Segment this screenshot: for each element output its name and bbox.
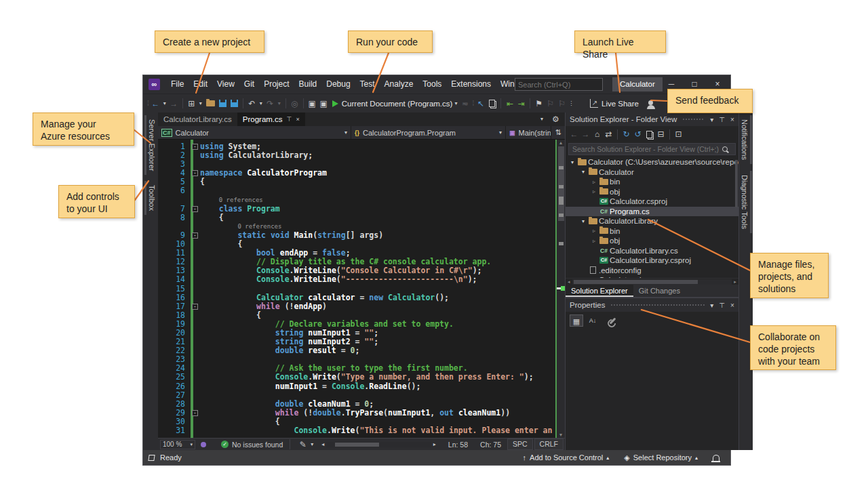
collapse-region-icon[interactable]: - <box>192 410 198 416</box>
collapse-icon[interactable]: ▾ <box>568 159 576 165</box>
tree-item-editorconfig[interactable]: .editorconfig <box>566 266 738 276</box>
scroll-down-icon[interactable]: ▾ <box>557 432 565 438</box>
editor-horizontal-scrollbar[interactable]: ◂ ▸ <box>319 438 438 451</box>
undo-dropdown-icon[interactable]: ▾ <box>258 97 264 110</box>
solution-explorer-header[interactable]: Solution Explorer - Folder View ▾ ⊤ × <box>566 113 738 126</box>
toolbox-tab[interactable]: Toolbox <box>144 181 157 215</box>
chevron-down-icon[interactable]: ▾ <box>309 438 315 451</box>
save-button[interactable] <box>219 100 226 107</box>
search-input[interactable] <box>515 81 617 89</box>
diagnostic-tools-tab[interactable]: Diagnostic Tools <box>739 171 752 233</box>
close-panel-icon[interactable]: × <box>730 116 734 123</box>
debug-target-pointer-icon[interactable]: ↖ <box>475 97 486 110</box>
tree-item-calculatorlibrary-cs[interactable]: C#CalculatorLibrary.cs <box>566 246 738 256</box>
project-dropdown[interactable]: C# Calculator ▾ <box>158 126 351 139</box>
step-over-button[interactable]: ⇥ <box>515 97 527 110</box>
next-bookmark-button[interactable]: ⚐ <box>556 97 568 110</box>
select-repository-button[interactable]: ◈ Select Repository ▴ <box>618 453 703 462</box>
code-references-annotation[interactable]: 0 references <box>158 222 555 231</box>
server-explorer-tab[interactable]: Server Explorer <box>144 115 157 175</box>
code-line-16[interactable]: 16 Calculator calculator = new Calculato… <box>158 293 555 302</box>
menu-view[interactable]: View <box>212 79 239 89</box>
tab-program-cs[interactable]: Program.cs ⊤ × <box>237 113 305 126</box>
alphabetical-sort-icon[interactable]: A↓ <box>586 314 599 327</box>
code-line-3[interactable]: 3 <box>158 160 555 169</box>
toolbar-overflow-button[interactable]: ⋮ <box>568 97 574 110</box>
menu-build[interactable]: Build <box>294 79 322 89</box>
code-line-30[interactable]: 30 { <box>158 418 555 426</box>
toolbar-grip[interactable]: ⁞ <box>147 100 149 107</box>
properties-header[interactable]: Properties ▾ ⊤ × <box>566 298 738 312</box>
expand-icon[interactable]: ▹ <box>590 228 598 234</box>
column-indicator[interactable]: Ch: 75 <box>474 441 507 449</box>
home-icon[interactable]: ⌂ <box>591 127 603 141</box>
code-line-25[interactable]: 25 Console.Write("Type a number, and the… <box>158 373 555 382</box>
code-line-27[interactable]: 27 <box>158 391 555 400</box>
pin-panel-icon[interactable]: ⊤ <box>719 302 725 309</box>
live-share-button[interactable]: Live Share <box>601 100 639 108</box>
code-line-22[interactable]: 22 double result = 0; <box>158 346 555 355</box>
open-file-button[interactable] <box>206 100 215 106</box>
scrollbar-thumb[interactable] <box>558 146 564 221</box>
scrollbar-thumb[interactable] <box>574 280 698 284</box>
new-project-dropdown-icon[interactable]: ▾ <box>197 97 204 110</box>
notifications-bell-icon[interactable] <box>713 455 719 461</box>
code-line-28[interactable]: 28 double cleanNum1 = 0; <box>158 400 555 409</box>
tree-item-calculator-csproj[interactable]: C#Calculator.csproj <box>566 197 738 207</box>
toolbar-grip[interactable]: ⁞ <box>472 100 473 107</box>
sync-with-active-document-icon[interactable]: ↺ <box>632 127 644 141</box>
collapse-region-icon[interactable]: - <box>192 232 198 239</box>
document-well-dropdown-icon[interactable]: ▾ <box>538 113 545 126</box>
menu-edit[interactable]: Edit <box>189 79 212 89</box>
code-cleanup-pen-icon[interactable]: ✎ <box>297 438 309 451</box>
code-line-6[interactable]: 6 <box>158 186 555 195</box>
editor-vertical-scrollbar[interactable]: ▴ ▾ <box>555 140 565 438</box>
code-line-24[interactable]: 24 // Ask the user to type the first num… <box>158 364 555 373</box>
scroll-up-icon[interactable]: ▴ <box>557 140 565 146</box>
preview-window-button[interactable]: ▣ <box>307 97 318 110</box>
tree-horizontal-scrollbar[interactable]: ◂ ▸ <box>566 278 738 285</box>
pin-tab-icon[interactable]: ⊤ <box>287 113 292 126</box>
member-dropdown[interactable]: ▣ Main(string[] args) ▾ <box>506 126 551 139</box>
attach-icon[interactable]: ≂ <box>459 97 471 110</box>
code-line-14[interactable]: 14 Console.WriteLine("------------------… <box>158 275 555 284</box>
outlining-margin[interactable]: - <box>189 169 200 178</box>
send-feedback-icon[interactable] <box>648 100 653 105</box>
redo-button[interactable]: ↷ <box>264 97 276 110</box>
menu-analyze[interactable]: Analyze <box>380 79 418 89</box>
show-all-files-icon[interactable] <box>646 131 652 138</box>
code-line-15[interactable]: 15 <box>158 285 555 293</box>
tree-item-obj[interactable]: ▹obj <box>566 187 738 197</box>
code-line-4[interactable]: 4-namespace CalculatorProgram <box>158 169 555 178</box>
scroll-left-icon[interactable]: ◂ <box>566 279 572 285</box>
collapse-all-icon[interactable]: ⊟ <box>655 127 667 141</box>
outlining-margin[interactable]: - <box>189 205 200 214</box>
scroll-left-icon[interactable]: ◂ <box>319 438 326 451</box>
navigate-backward-button[interactable]: ← <box>150 97 161 110</box>
menu-extensions[interactable]: Extensions <box>446 79 496 89</box>
tree-vertical-scrollbar[interactable] <box>734 157 738 278</box>
code-line-29[interactable]: 29- while (!double.TryParse(numInput1, o… <box>158 409 555 418</box>
line-ending-indicator[interactable]: CRLF <box>534 439 564 450</box>
code-line-8[interactable]: 8 { <box>158 214 555 222</box>
close-tab-icon[interactable]: × <box>296 113 299 126</box>
code-editor-surface[interactable]: 1-using System;2using CalculatorLibrary;… <box>158 140 565 438</box>
drag-handle[interactable] <box>682 118 705 121</box>
code-line-2[interactable]: 2using CalculatorLibrary; <box>158 151 555 160</box>
code-line-1[interactable]: 1-using System; <box>158 142 555 151</box>
code-line-20[interactable]: 20 string numInput1 = ""; <box>158 329 555 338</box>
issues-status-label[interactable]: No issues found <box>232 441 283 449</box>
collapse-region-icon[interactable]: - <box>192 206 198 212</box>
code-line-19[interactable]: 19 // Declare variables and set to empty… <box>158 320 555 329</box>
indentation-indicator[interactable]: SPC <box>507 439 533 450</box>
solution-explorer-search-box[interactable] <box>568 143 736 155</box>
bookmark-button[interactable]: ⚑ <box>533 97 545 110</box>
switch-views-icon[interactable]: ⇄ <box>603 127 614 141</box>
code-references-annotation[interactable]: 0 references <box>158 196 555 205</box>
collapse-region-icon[interactable]: - <box>192 144 198 150</box>
se-back-icon[interactable]: ← <box>568 127 580 141</box>
code-line-17[interactable]: 17- while (!endApp) <box>158 302 555 311</box>
code-line-26[interactable]: 26 numInput1 = Console.ReadLine(); <box>158 382 555 391</box>
drag-handle[interactable] <box>610 304 705 306</box>
code-line-5[interactable]: 5{ <box>158 178 555 186</box>
